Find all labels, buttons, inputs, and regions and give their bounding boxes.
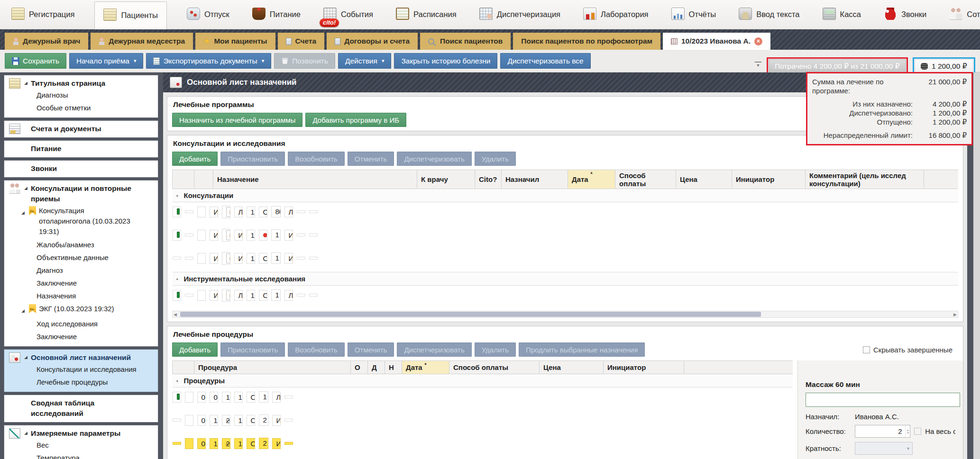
column-header-name[interactable]: Назначение bbox=[213, 170, 417, 189]
procedures-toolbar-button[interactable]: Диспетчеризовать bbox=[397, 342, 471, 357]
group-row[interactable]: ▴Процедуры bbox=[173, 374, 793, 387]
tab-item[interactable]: Поиск пациентов bbox=[420, 33, 511, 50]
column-header-progress[interactable] bbox=[173, 361, 194, 374]
sidebar-group-header[interactable]: ◢Измеряемые параметры bbox=[4, 428, 156, 439]
ribbon-item-textinput[interactable]: Ввод текста bbox=[736, 2, 802, 27]
scrollbar-thumb[interactable] bbox=[180, 312, 761, 317]
comment-bubble-icon[interactable] bbox=[193, 393, 193, 401]
column-header-extra[interactable] bbox=[684, 361, 793, 374]
frequency-select[interactable]: ▾ bbox=[855, 442, 913, 455]
sidebar-item[interactable]: ◢Консультация отоларингогола (10.03.2023… bbox=[4, 204, 156, 238]
sidebar-group-header[interactable]: ◢Консультации и повторные приемы bbox=[4, 183, 156, 204]
ribbon-item-staff[interactable]: Сотрудники bbox=[946, 2, 980, 27]
sidebar-group-header[interactable]: ◢Титульная страница bbox=[4, 78, 156, 89]
tab-active-patient[interactable]: 10/2023 Иванова А.× bbox=[663, 33, 770, 50]
column-header-d[interactable]: Д bbox=[368, 361, 385, 374]
sidebar-group-header[interactable]: Счета и документы bbox=[4, 124, 156, 134]
consultations-toolbar-button[interactable]: Добавить bbox=[172, 152, 218, 166]
program-button[interactable]: Назначить из лечебной программы bbox=[172, 113, 302, 127]
sidebar-item[interactable]: Диагнозы bbox=[4, 89, 156, 101]
ribbon-item-patients[interactable]: Пациенты bbox=[94, 1, 166, 30]
collapse-icon[interactable]: ▴ bbox=[176, 378, 179, 383]
column-header-extra[interactable] bbox=[924, 170, 959, 189]
detail-comment-input[interactable] bbox=[806, 393, 960, 407]
column-header-n[interactable]: Н bbox=[385, 361, 402, 374]
consultations-toolbar-button[interactable]: Приостановить bbox=[220, 152, 285, 166]
table-row[interactable]: ЭКГИванова А.С.нетЛебедева О.Н.10.03.202… bbox=[173, 286, 194, 305]
ribbon-item-reports[interactable]: Отчёты bbox=[669, 2, 719, 27]
balance-button[interactable]: 1 200,00 ₽ bbox=[915, 59, 973, 73]
sidebar-item[interactable]: Объективные данные bbox=[4, 251, 156, 264]
expander-icon[interactable]: ◢ bbox=[24, 352, 31, 360]
ribbon-item-schedules[interactable]: Расписания bbox=[393, 2, 459, 27]
procedures-toolbar-button[interactable]: Приостановить bbox=[220, 342, 285, 357]
column-header-doctor[interactable]: К врачу bbox=[417, 170, 475, 189]
scroll-left-icon[interactable]: ◀ bbox=[174, 312, 177, 317]
scroll-right-icon[interactable]: ▶ bbox=[953, 312, 957, 317]
column-header-payment[interactable]: Способ оплаты bbox=[615, 170, 676, 189]
action-button[interactable]: Сохранить bbox=[5, 53, 66, 69]
column-header-date[interactable]: ▲Дата bbox=[402, 361, 449, 374]
action-button[interactable]: Начало приёма▾ bbox=[69, 53, 143, 69]
sidebar-item[interactable]: Заключение bbox=[4, 277, 156, 289]
procedures-toolbar-button[interactable]: Удалить bbox=[475, 342, 516, 357]
comment-bubble-icon[interactable] bbox=[205, 291, 206, 299]
consultations-toolbar-button[interactable]: Возобновить bbox=[288, 152, 344, 166]
hide-completed-checkbox[interactable]: Скрывать завершенные bbox=[863, 346, 953, 354]
procedures-toolbar-button[interactable]: Добавить bbox=[172, 342, 218, 357]
sidebar-item[interactable]: Заключение bbox=[4, 330, 156, 343]
tab-item[interactable]: Дежурная медсестра bbox=[91, 33, 193, 50]
column-header-date[interactable]: ▲Дата bbox=[568, 170, 615, 189]
column-header-o[interactable]: О bbox=[351, 361, 368, 374]
table-row[interactable]: Массаж 60 мин01210.03.2023Оплата из прог… bbox=[173, 434, 194, 453]
sidebar-item[interactable]: ◢ЭКГ (10.03.2023 19:32) bbox=[4, 302, 156, 317]
table-row[interactable]: Первичный осмотр лечащего врачаИванова А… bbox=[173, 202, 194, 221]
ribbon-item-dispatch[interactable]: Диспетчеризация bbox=[476, 2, 563, 27]
expander-icon[interactable]: ◢ bbox=[24, 78, 31, 85]
sidebar-item[interactable]: Назначения bbox=[4, 289, 156, 302]
procedures-toolbar-button[interactable]: Продлить выбранные назначения bbox=[519, 342, 645, 357]
comment-bubble-icon[interactable] bbox=[205, 208, 206, 216]
stepper-arrows-icon[interactable]: ▴▾ bbox=[905, 425, 910, 437]
sidebar-item[interactable]: Консультации и исследования bbox=[4, 363, 156, 376]
tab-item[interactable]: Поиск пациентов по профосмотрам bbox=[513, 33, 660, 50]
close-icon[interactable]: × bbox=[754, 37, 762, 45]
column-header-price[interactable]: Цена bbox=[676, 170, 732, 189]
collapse-icon[interactable]: ▴ bbox=[176, 276, 179, 281]
toolbar-overflow-icon[interactable]: ▾ bbox=[755, 62, 761, 68]
program-button[interactable]: Добавить программу в ИБ bbox=[305, 113, 406, 127]
vertical-scrollbar[interactable] bbox=[973, 72, 980, 459]
expander-icon[interactable]: ◢ bbox=[21, 206, 26, 218]
sidebar-item[interactable]: Лечебные процедуры bbox=[4, 376, 156, 388]
expander-icon[interactable]: ◢ bbox=[24, 183, 31, 190]
column-header-pencil[interactable] bbox=[194, 170, 213, 189]
horizontal-scrollbar[interactable]: ◀ ▶ bbox=[172, 311, 958, 318]
expander-icon[interactable]: ◢ bbox=[21, 304, 26, 316]
consultations-toolbar-button[interactable]: Диспетчеризовать bbox=[397, 152, 471, 166]
ribbon-item-laboratory[interactable]: Лаборатория bbox=[580, 2, 651, 27]
column-header-prescriber[interactable]: Назначил bbox=[502, 170, 568, 189]
ribbon-item-registration[interactable]: Регистрация bbox=[9, 2, 77, 27]
action-button[interactable]: Закрыть историю болезни bbox=[394, 53, 497, 69]
checkbox-icon[interactable] bbox=[863, 346, 870, 353]
tab-item[interactable]: Счета bbox=[278, 33, 325, 50]
sidebar-item[interactable]: Температура bbox=[4, 451, 156, 459]
table-row[interactable]: Консультация отоларингоголаИванова А.С.н… bbox=[173, 225, 194, 244]
ribbon-item-dispense[interactable]: Отпуск bbox=[184, 2, 232, 27]
sidebar-group-header[interactable]: ◢Основной лист назначений bbox=[4, 352, 156, 363]
comment-bubble-icon[interactable] bbox=[205, 231, 206, 239]
tab-item[interactable]: Договоры и счета bbox=[327, 33, 418, 50]
action-button[interactable]: Позвонить bbox=[274, 53, 335, 69]
sidebar-item[interactable]: Вес bbox=[4, 439, 156, 451]
quantity-stepper[interactable]: 2 ▴▾ bbox=[855, 425, 910, 438]
action-button[interactable]: Экспортировать документы▾ bbox=[146, 53, 271, 69]
column-header-comment[interactable]: Комментарий (цель исслед консультации) bbox=[806, 170, 924, 189]
sidebar-item[interactable]: Особые отметки bbox=[4, 101, 156, 114]
sidebar-group-header[interactable]: Питание bbox=[4, 144, 156, 154]
ribbon-item-nutrition[interactable]: Питание bbox=[249, 2, 303, 27]
collapse-icon[interactable]: ▴ bbox=[176, 193, 179, 198]
column-header-payment[interactable]: Способ оплаты bbox=[449, 361, 540, 374]
column-header-initiator[interactable]: Инициатор bbox=[604, 361, 684, 374]
consultations-toolbar-button[interactable]: Отменить bbox=[348, 152, 394, 166]
sidebar-item[interactable]: Жалобы/анамнез bbox=[4, 238, 156, 251]
